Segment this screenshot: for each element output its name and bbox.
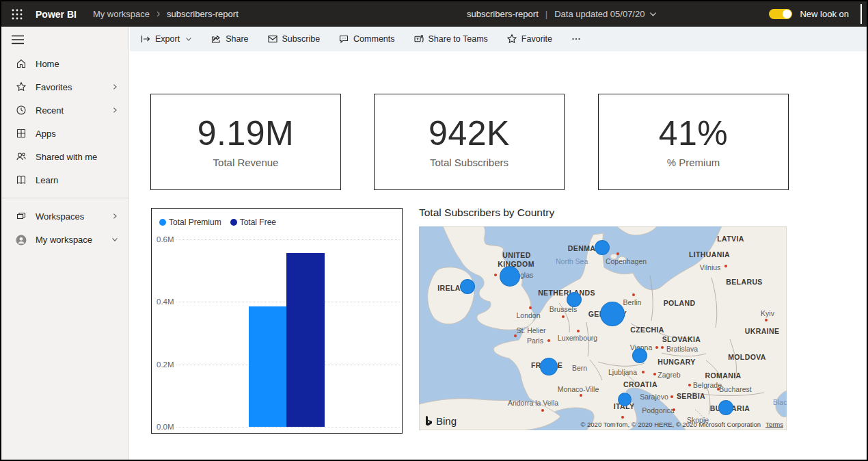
teams-icon	[413, 34, 424, 44]
map-bubble-italy[interactable]	[618, 393, 632, 406]
kpi-card-total-revenue: 9.19M Total Revenue	[150, 94, 341, 190]
map-city-dot	[580, 394, 582, 397]
nav-sidebar: HomeFavoritesRecentAppsShared with meLea…	[1, 27, 129, 460]
legend-dot-icon	[159, 219, 166, 226]
map-bubble-netherlands[interactable]	[567, 292, 582, 307]
topbar-edge-divider	[860, 4, 862, 24]
map-city-dot	[673, 408, 675, 411]
map-bubble-germany[interactable]	[600, 302, 625, 326]
gridline-0.6M	[176, 239, 400, 240]
toolbar-item-label: Share	[226, 34, 248, 44]
chevron-right-icon	[111, 83, 118, 90]
map-city-label-skopje: Skopje	[687, 416, 709, 424]
sidebar-item-label: Favorites	[36, 82, 72, 92]
kpi-card-total-subscribers: 942K Total Subscribers	[374, 94, 565, 190]
map-city-label-paris: Paris	[527, 337, 543, 345]
sidebar-item-workspaces[interactable]: Workspaces	[1, 205, 128, 228]
title-divider: |	[545, 9, 547, 19]
report-canvas: 9.19M Total Revenue 942K Total Subscribe…	[130, 51, 867, 460]
app-launcher-waffle-icon[interactable]	[11, 8, 25, 21]
gridline-0.0M	[176, 427, 400, 427]
toolbar-favorite-button[interactable]: Favorite	[506, 34, 552, 44]
map-city-dot	[717, 388, 720, 391]
report-title: subscribers-report	[467, 9, 539, 19]
kpi-label: Total Revenue	[213, 157, 279, 168]
map-bubble-austria[interactable]	[632, 348, 647, 363]
map-city-dot	[547, 339, 550, 342]
clock-icon	[16, 105, 27, 116]
map-country-label-ukraine: UKRAINE	[745, 327, 780, 335]
chevron-down-icon	[185, 36, 192, 42]
toolbar-share-to-teams-button[interactable]: Share to Teams	[413, 34, 488, 44]
toolbar-export-button[interactable]: Export	[140, 34, 192, 44]
legend-label: Total Free	[240, 218, 276, 227]
map-city-dot	[621, 416, 624, 419]
map-country-label-lithuania: LITHUANIA	[689, 250, 730, 259]
map-city-dot	[688, 384, 691, 386]
map-city-dot	[577, 330, 580, 332]
toolbar-subscribe-button[interactable]: Subscribe	[267, 34, 321, 44]
toolbar-comments-button[interactable]: Comments	[338, 34, 394, 44]
bar-chart-premium-vs-free: Total PremiumTotal Free 0.0M0.2M0.4M0.6M	[151, 208, 403, 434]
sidebar-workspace-section: WorkspacesMy workspace	[1, 205, 128, 251]
sidebar-item-my-workspace[interactable]: My workspace	[1, 228, 128, 251]
avatar-icon	[16, 234, 27, 245]
map-city-label-bern: Bern	[572, 364, 587, 372]
kpi-card-percent-premium: 41% % Premium	[598, 94, 789, 190]
new-look-label: New look on	[800, 9, 849, 19]
kpi-value: 9.19M	[198, 116, 294, 150]
sidebar-item-apps[interactable]: Apps	[1, 122, 128, 145]
home-icon	[16, 58, 27, 69]
legend-item-total-premium[interactable]: Total Premium	[159, 218, 221, 227]
chevron-right-icon	[111, 107, 118, 114]
new-look-toggle[interactable]	[769, 9, 792, 19]
sidebar-item-recent[interactable]: Recent	[1, 98, 128, 122]
map-country-label-netherlands: NETHERLANDS	[538, 289, 595, 297]
chevron-down-icon	[649, 10, 657, 18]
legend-label: Total Premium	[169, 218, 221, 227]
map-city-label-luxembourg: Luxembourg	[558, 334, 597, 342]
bing-label: Bing	[436, 415, 457, 427]
map-country-label-slovakia: SLOVAKIA	[662, 335, 701, 343]
data-updated-dropdown[interactable]: Data updated 05/07/20	[554, 9, 657, 19]
breadcrumb-workspace[interactable]: My workspace	[93, 9, 150, 19]
map-bubble-france[interactable]	[540, 358, 558, 376]
toolbar-share-button[interactable]: Share	[211, 34, 248, 44]
map-country-label-croatia: CROATIA	[623, 380, 657, 388]
sidebar-item-shared-with-me[interactable]: Shared with me	[1, 145, 128, 168]
export-icon	[140, 34, 151, 44]
toolbar-more-button[interactable]	[571, 34, 582, 44]
map-city-label-andorra-la-vella: Andorra la Vella	[508, 399, 558, 407]
map-water-label-black-sea: Black Sea	[773, 398, 787, 406]
y-axis-tick-label: 0.2M	[157, 360, 174, 369]
sidebar-item-label: Apps	[36, 129, 56, 139]
kpi-value: 41%	[659, 116, 729, 150]
map-city-label-podgorica: Podgorica	[642, 406, 674, 414]
map-city-dot	[616, 252, 619, 255]
map-country-label-belarus: BELARUS	[726, 278, 763, 286]
map-city-dot	[661, 346, 664, 349]
legend-item-total-free[interactable]: Total Free	[230, 218, 276, 227]
kpi-value: 942K	[429, 116, 510, 150]
map-city-label-sarajevo: Sarajevo	[640, 393, 668, 401]
hamburger-menu-icon[interactable]	[1, 27, 128, 52]
map-city-label-monaco-ville: Monaco-Ville	[558, 385, 599, 393]
map-city-dot	[514, 334, 517, 337]
map-bubble-bulgaria[interactable]	[718, 400, 733, 415]
terms-link[interactable]: Terms	[765, 421, 783, 428]
bing-logo[interactable]: Bing	[424, 415, 457, 427]
map-bubble-denmark[interactable]	[595, 240, 610, 255]
map-bubble-ireland[interactable]	[460, 279, 475, 294]
map-city-dot	[642, 371, 645, 373]
app-title: Power BI	[36, 9, 77, 20]
map-city-dot	[529, 306, 532, 309]
sidebar-item-favorites[interactable]: Favorites	[1, 75, 128, 98]
bar-total-premium[interactable]	[249, 306, 286, 427]
map-country-label-poland: POLAND	[664, 299, 696, 307]
chart-legend: Total PremiumTotal Free	[159, 218, 276, 227]
bar-total-free[interactable]	[286, 253, 325, 427]
sidebar-item-learn[interactable]: Learn	[1, 168, 128, 192]
map-city-dot	[724, 265, 727, 267]
map-bubble-united-kingdom[interactable]	[500, 266, 520, 287]
sidebar-item-home[interactable]: Home	[1, 52, 128, 75]
